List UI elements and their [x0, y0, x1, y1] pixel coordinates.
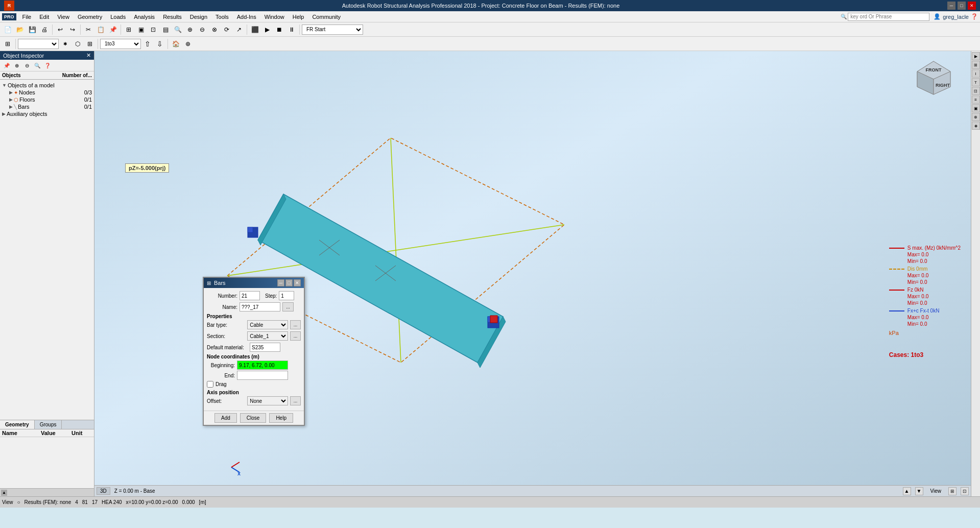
redo-button[interactable]: ↪ [67, 24, 78, 35]
case-dropdown[interactable]: 1to3 [100, 39, 141, 49]
tb2-btn-8[interactable]: ⊕ [182, 38, 194, 50]
tree-item-floors[interactable]: ▶ ⬡ Floors 0/1 [2, 96, 92, 103]
undo-button[interactable]: ↩ [55, 24, 66, 35]
bars-minimize-btn[interactable]: ─ [277, 279, 284, 286]
minimize-button[interactable]: ─ [947, 2, 955, 10]
menu-loads[interactable]: Loads [106, 13, 130, 21]
tb2-btn-6[interactable]: ⇩ [154, 38, 165, 50]
oi-btn-1[interactable]: 📌 [2, 61, 11, 70]
bars-number-input[interactable] [240, 291, 260, 300]
bars-material-input[interactable] [250, 343, 280, 352]
tb-btn-18[interactable]: ⏸ [286, 24, 297, 35]
zoom-up-btn[interactable]: ▲ [903, 487, 911, 495]
print-button[interactable]: 🖨 [39, 24, 50, 35]
tb-btn-14[interactable]: ↗ [233, 24, 245, 35]
copy-button[interactable]: 📋 [95, 24, 106, 35]
bars-close-btn[interactable]: ✕ [294, 279, 301, 286]
tb-btn-5[interactable]: ⊞ [123, 24, 134, 35]
rs-btn-9[interactable]: ◈ [972, 122, 980, 130]
open-button[interactable]: 📂 [14, 24, 26, 35]
load-case-dropdown[interactable]: FR Start [302, 25, 363, 35]
bars-beginning-input[interactable] [237, 361, 288, 370]
tb-btn-11[interactable]: ⊖ [197, 24, 208, 35]
tb-btn-9[interactable]: 🔍 [172, 24, 183, 35]
tb-btn-7[interactable]: ⊡ [148, 24, 159, 35]
bars-restore-btn[interactable]: □ [285, 279, 293, 286]
bars-close-action-btn[interactable]: Close [240, 413, 267, 423]
save-button[interactable]: 💾 [27, 24, 38, 35]
help-icon[interactable]: ❓ [971, 13, 978, 20]
bars-offset-select[interactable]: None [247, 396, 288, 405]
rs-btn-7[interactable]: ▣ [972, 104, 980, 112]
search-input[interactable] [848, 13, 929, 21]
tb-btn-13[interactable]: ⟳ [221, 24, 232, 35]
oi-search[interactable]: 🔍 [33, 61, 42, 70]
tb-btn-8[interactable]: ▤ [160, 24, 171, 35]
close-panel-icon[interactable]: ✕ [86, 52, 91, 59]
menu-results[interactable]: Results [159, 13, 186, 21]
bars-step-input[interactable] [279, 291, 294, 300]
close-button[interactable]: ✕ [968, 2, 976, 10]
rs-btn-8[interactable]: ⊕ [972, 113, 980, 121]
viewport[interactable]: pZ=-5.000(prj) FRONT RIGHT S max. (Mz) 0… [94, 51, 971, 496]
menu-view[interactable]: View [53, 13, 74, 21]
maximize-button[interactable]: □ [958, 2, 966, 10]
bars-name-browse-btn[interactable]: ... [282, 302, 294, 311]
oi-btn-3[interactable]: ⊖ [22, 61, 32, 70]
tb-btn-16[interactable]: ▶ [261, 24, 273, 35]
oi-btn-2[interactable]: ⊕ [12, 61, 21, 70]
rs-btn-3[interactable]: I [972, 69, 980, 78]
tb2-btn-2[interactable]: ✱ [60, 38, 71, 50]
rs-btn-6[interactable]: ≡ [972, 95, 980, 104]
menu-geometry[interactable]: Geometry [74, 13, 106, 21]
tb2-btn-7[interactable]: 🏠 [170, 38, 181, 50]
menu-community[interactable]: Community [308, 13, 345, 21]
menu-tools[interactable]: Tools [211, 13, 233, 21]
tree-item-model[interactable]: ▼ Objects of a model [2, 82, 92, 89]
menu-addins[interactable]: Add-Ins [233, 13, 260, 21]
tab-groups[interactable]: Groups [35, 420, 62, 429]
object-dropdown[interactable] [18, 39, 59, 49]
menu-file[interactable]: File [18, 13, 36, 21]
menu-window[interactable]: Window [260, 13, 289, 21]
tab-geometry[interactable]: Geometry [0, 420, 35, 429]
bars-bartype-browse-btn[interactable]: ... [290, 320, 301, 329]
viewport-btn-2[interactable]: ⊡ [961, 487, 969, 495]
menu-design[interactable]: Design [186, 13, 211, 21]
bars-section-select[interactable]: Cable_1 [247, 331, 288, 341]
menu-help[interactable]: Help [289, 13, 308, 21]
oi-help[interactable]: ❓ [43, 61, 52, 70]
tb-btn-17[interactable]: ⏹ [274, 24, 285, 35]
tb-btn-6[interactable]: ▣ [135, 24, 147, 35]
tree-item-auxiliary[interactable]: ▶ Auxiliary objects [2, 110, 92, 117]
cut-button[interactable]: ✂ [83, 24, 94, 35]
paste-button[interactable]: 📌 [107, 24, 118, 35]
rs-btn-4[interactable]: T [972, 78, 980, 86]
rs-btn-5[interactable]: ⊡ [972, 87, 980, 95]
navigation-cube[interactable]: FRONT RIGHT [915, 59, 953, 97]
left-scroll-bar[interactable]: ▲ [0, 488, 94, 496]
viewport-btn-1[interactable]: ⊞ [948, 487, 957, 495]
bars-bartype-select[interactable]: Cable Beam Column Truss [247, 320, 288, 329]
rs-btn-2[interactable]: ⊞ [972, 61, 980, 69]
bars-end-input[interactable] [237, 371, 288, 380]
tb-btn-10[interactable]: ⊕ [184, 24, 196, 35]
tb2-btn-3[interactable]: ⬡ [72, 38, 83, 50]
tb-btn-12[interactable]: ⊗ [209, 24, 220, 35]
bars-section-browse-btn[interactable]: ... [290, 331, 301, 341]
bars-add-btn[interactable]: Add [214, 413, 237, 423]
bars-name-input[interactable] [240, 302, 280, 311]
rs-btn-1[interactable]: ▶ [972, 52, 980, 60]
bars-offset-browse-btn[interactable]: ... [290, 396, 301, 405]
menu-analysis[interactable]: Analysis [130, 13, 159, 21]
tb2-btn-5[interactable]: ⇧ [142, 38, 153, 50]
zoom-down-btn[interactable]: ▼ [915, 487, 923, 495]
bars-help-btn[interactable]: Help [269, 413, 293, 423]
new-button[interactable]: 📄 [2, 24, 13, 35]
tree-item-nodes[interactable]: ▶ ✦ Nodes 0/3 [2, 89, 92, 96]
menu-edit[interactable]: Edit [35, 13, 53, 21]
tb-btn-15[interactable]: ⬛ [249, 24, 260, 35]
scroll-up-btn[interactable]: ▲ [1, 490, 7, 496]
tb2-btn-1[interactable]: ⊞ [2, 38, 13, 50]
tree-item-bars[interactable]: ▶ ╲ Bars 0/1 [2, 103, 92, 110]
